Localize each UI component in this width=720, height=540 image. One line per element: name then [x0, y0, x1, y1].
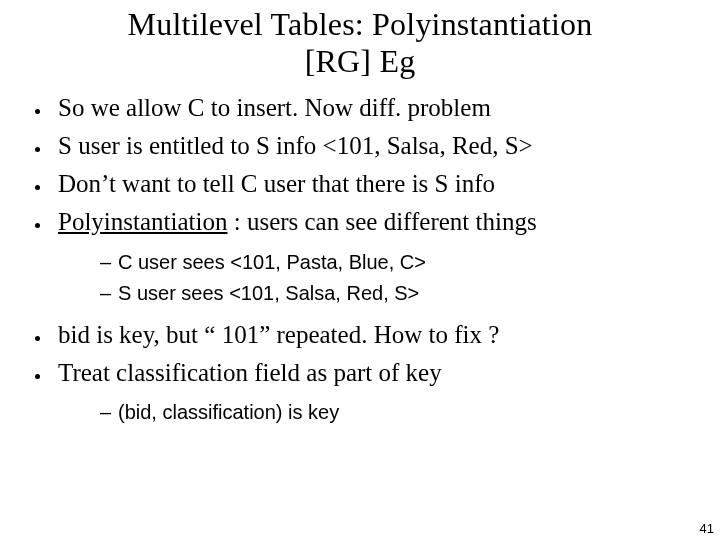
slide-title: Multilevel Tables: Polyinstantiation [RG… — [0, 0, 720, 86]
bullet-3: Don’t want to tell C user that there is … — [52, 166, 690, 202]
sub-1: C user sees <101, Pasta, Blue, C> — [100, 247, 690, 278]
bullet-list: So we allow C to insert. Now diff. probl… — [0, 90, 720, 429]
bullet-5: bid is key, but “ 101” repeated. How to … — [52, 317, 690, 353]
bullet-4-term: Polyinstantiation — [58, 208, 227, 235]
bullet-6-text: Treat classification field as part of ke… — [58, 359, 442, 386]
bullet-4-rest: : users can see different things — [227, 208, 536, 235]
sub-2: S user sees <101, Salsa, Red, S> — [100, 278, 690, 309]
bullet-6: Treat classification field as part of ke… — [52, 355, 690, 428]
sub-list-2: (bid, classification) is key — [58, 397, 690, 428]
sub-3: (bid, classification) is key — [100, 397, 690, 428]
slide: Multilevel Tables: Polyinstantiation [RG… — [0, 0, 720, 540]
title-line-2: [RG] Eg — [305, 43, 416, 79]
page-number: 41 — [700, 521, 714, 536]
bullet-4: Polyinstantiation : users can see differ… — [52, 204, 690, 308]
bullet-1: So we allow C to insert. Now diff. probl… — [52, 90, 690, 126]
bullet-2: S user is entitled to S info <101, Salsa… — [52, 128, 690, 164]
sub-list-1: C user sees <101, Pasta, Blue, C> S user… — [58, 247, 690, 309]
title-line-1: Multilevel Tables: Polyinstantiation — [128, 6, 593, 42]
